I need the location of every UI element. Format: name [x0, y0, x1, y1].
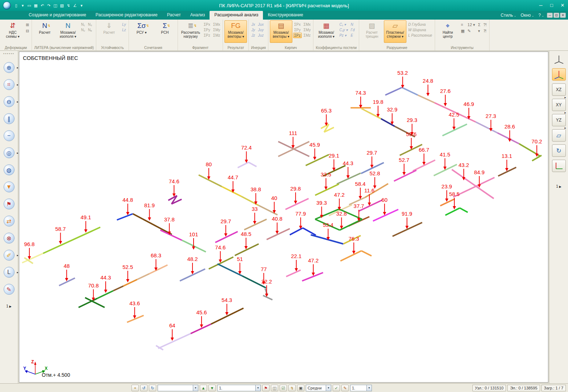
- ribbon-mini-item[interactable]: Jу: [250, 27, 256, 33]
- lightning-icon[interactable]: ↯: [288, 385, 296, 391]
- edit-pencil-icon[interactable]: ✎: [3, 284, 15, 295]
- ribbon-mini-item[interactable]: L Расстояние: [407, 33, 433, 38]
- up-icon[interactable]: ▲: [200, 385, 207, 391]
- bedding-mosaic-button[interactable]: ▦Мозаика/ изополя ▾: [315, 20, 337, 43]
- menu-item[interactable]: ? ⌄: [538, 13, 544, 18]
- selection-combo[interactable]: ▼: [158, 385, 198, 391]
- ribbon-mini-item[interactable]: C₁ ▾: [338, 22, 349, 27]
- beam-segment[interactable]: [267, 229, 290, 240]
- brick-mosaic-vectors-button[interactable]: ▤Мозаика/ векторы ▾: [270, 20, 292, 43]
- beam-segment[interactable]: [158, 334, 191, 348]
- beam-segment[interactable]: [442, 124, 467, 136]
- block-button[interactable]: ◫: [52, 2, 58, 9]
- ribbon-mini-item[interactable]: Рz ▾: [338, 33, 349, 38]
- palette-button[interactable]: ▧: [59, 2, 65, 9]
- ribbon-mini-item[interactable]: ⊞: [25, 22, 30, 28]
- ribbon-mini-item[interactable]: N₁: [80, 22, 86, 27]
- panels-icon[interactable]: ◫: [271, 385, 278, 391]
- flyout-arrow-icon[interactable]: ▸: [17, 100, 18, 103]
- menu-tab[interactable]: Анализ: [186, 11, 210, 20]
- close-button[interactable]: ✕: [557, 1, 568, 10]
- beam-segment[interactable]: [303, 228, 316, 235]
- flyout-arrow-icon[interactable]: ▸: [17, 151, 18, 155]
- flyout-arrow-icon[interactable]: ▸: [17, 66, 18, 69]
- view-xy-button[interactable]: XY▸: [552, 99, 566, 111]
- search-clear-icon[interactable]: ⊗: [3, 233, 15, 244]
- beam-segment[interactable]: [361, 251, 372, 256]
- beam-segment[interactable]: [248, 162, 256, 167]
- minimize-button[interactable]: ─: [535, 1, 546, 10]
- calc-load-button[interactable]: ≣↯Рассчитать нагрузку: [179, 20, 202, 43]
- rotate-right-icon[interactable]: ↻: [149, 385, 156, 391]
- litera-mosaic-button[interactable]: NМозаика/ изополя ▾: [57, 20, 79, 43]
- beam-segment[interactable]: [460, 208, 468, 212]
- flag-icon[interactable]: ⚑: [262, 385, 269, 391]
- beam-segment[interactable]: [385, 87, 402, 95]
- ribbon-mini-item[interactable]: ΣРу: [203, 27, 211, 33]
- beam-segment[interactable]: [137, 274, 150, 279]
- customize-qat-button[interactable]: ▾: [78, 2, 85, 9]
- maximize-button[interactable]: □: [546, 1, 557, 10]
- box-icon[interactable]: ▣: [297, 385, 304, 391]
- measure-button[interactable]: ∠: [72, 2, 78, 9]
- filter-icon[interactable]: ▼: [3, 181, 15, 192]
- rsu-button[interactable]: Σσ↯РСУ ▾: [130, 20, 153, 43]
- view-yz-button[interactable]: YZ▸: [552, 114, 566, 126]
- next-page-icon[interactable]: ▶: [559, 185, 561, 188]
- beam-segment[interactable]: [150, 265, 168, 274]
- beam-segment[interactable]: [290, 228, 303, 235]
- beam-segment[interactable]: [244, 219, 267, 230]
- rotate-left-icon[interactable]: ↺: [140, 385, 147, 391]
- beam-segment[interactable]: [263, 295, 272, 300]
- ribbon-mini-item[interactable]: Е: [350, 33, 356, 38]
- save-button[interactable]: ▦: [33, 2, 39, 9]
- ribbon-mini-item[interactable]: ⌗: [460, 22, 466, 28]
- ribbon-mini-item[interactable]: ⁈: [482, 28, 488, 34]
- chevron-down-icon[interactable]: ▼: [366, 385, 372, 391]
- nds-schemes-button[interactable]: ⇵НДС схемы ▾: [1, 20, 24, 43]
- ribbon-mini-item[interactable]: N₂: [80, 27, 86, 33]
- cracks-calc-button[interactable]: ▨Расчет трещин: [361, 20, 383, 43]
- ribbon-mini-item[interactable]: ?!: [482, 22, 488, 28]
- split-view-icon[interactable]: ∥: [3, 113, 15, 124]
- toolbar-drag-handle[interactable]: ••••••: [3, 52, 15, 56]
- new-dropdown[interactable]: ▾: [20, 2, 26, 9]
- down-icon[interactable]: ▼: [208, 385, 216, 391]
- ribbon-mini-item[interactable]: Lz: [121, 27, 127, 33]
- ribbon-mini-item[interactable]: ΣРz: [293, 33, 302, 38]
- pan-icon[interactable]: ⌖: [131, 385, 139, 391]
- beam-segment[interactable]: [235, 244, 259, 256]
- loadcase-combo[interactable]: 1.▼: [217, 385, 261, 391]
- apply-icon[interactable]: ✓: [333, 385, 340, 391]
- ribbon-mini-item[interactable]: ΣРх: [203, 22, 211, 27]
- beam-segment[interactable]: [160, 230, 182, 240]
- ribbon-mini-item[interactable]: Lу: [121, 22, 127, 27]
- ribbon-mini-item[interactable]: ΣМх: [212, 22, 222, 27]
- beam-segment[interactable]: [402, 87, 418, 95]
- ribbon-mini-item[interactable]: Jх: [250, 22, 256, 27]
- beam-segment[interactable]: [315, 209, 339, 219]
- beam-segment[interactable]: [476, 122, 498, 133]
- ribbon-mini-item[interactable]: Juх: [257, 22, 265, 27]
- doc-restore-button[interactable]: ⊡: [553, 13, 559, 18]
- beam-segment[interactable]: [218, 264, 242, 276]
- doc-minimize-button[interactable]: ─: [547, 13, 553, 18]
- run-button[interactable]: ↯: [65, 2, 72, 9]
- beam-segment[interactable]: [311, 235, 344, 244]
- zoom-in-icon[interactable]: ⊕▸: [3, 62, 15, 73]
- center-target-icon[interactable]: ◎▸: [3, 147, 15, 158]
- menu-tab[interactable]: Создание и редактирование: [24, 11, 91, 20]
- ribbon-mini-item[interactable]: ΣРх: [293, 22, 302, 27]
- sphere-view-icon[interactable]: ◍: [3, 164, 15, 175]
- beam-segment[interactable]: [285, 199, 309, 209]
- ribbon-mini-item[interactable]: ΣМz: [212, 33, 222, 38]
- ribbon-mini-item[interactable]: ⊟: [25, 28, 30, 34]
- flip-icon[interactable]: ⇄: [3, 216, 15, 226]
- ribbon-mini-item[interactable]: Σ: [477, 22, 482, 28]
- isometric-view-button[interactable]: ▱: [552, 129, 566, 142]
- length-icon[interactable]: L▸: [3, 267, 15, 278]
- beam-segment[interactable]: [340, 251, 361, 261]
- open-button[interactable]: ▭: [26, 2, 32, 9]
- model-structure-icon[interactable]: ⌗▸: [3, 79, 15, 90]
- menu-tab[interactable]: Расширенное редактирование: [91, 11, 162, 20]
